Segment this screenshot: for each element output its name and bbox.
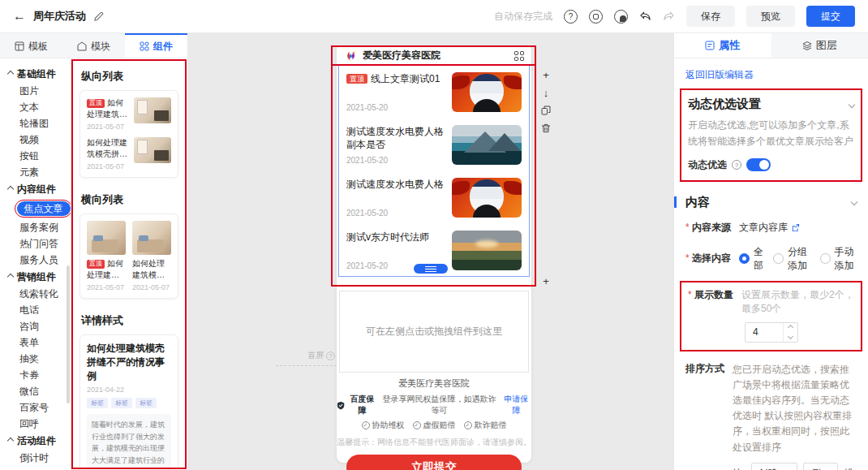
cat-item-service-staff[interactable]: 服务人员 bbox=[0, 252, 71, 268]
dynamic-settings-heading[interactable]: 动态优选设置 bbox=[688, 97, 854, 112]
tab-module[interactable]: 模块 bbox=[62, 33, 125, 58]
copy-icon[interactable] bbox=[540, 105, 552, 116]
shortcut-icon[interactable] bbox=[589, 10, 603, 24]
category-scrollbar[interactable] bbox=[67, 265, 70, 403]
article-thumbnail-opera-mask bbox=[452, 178, 522, 218]
category-group-basic[interactable]: 基础组件 bbox=[0, 65, 71, 83]
annotation-box-focus-article: 焦点文章 bbox=[15, 200, 71, 218]
back-icon[interactable]: ← bbox=[13, 9, 26, 24]
category-group-content[interactable]: 内容组件 bbox=[0, 180, 71, 198]
menu-grid-icon[interactable] bbox=[514, 51, 524, 61]
cat-item-baijiahao[interactable]: 百家号 bbox=[0, 399, 71, 416]
dropzone[interactable]: 可在左侧点击或拖拽组件到这里 bbox=[339, 291, 529, 373]
radio-manual-add[interactable]: 手动添加 bbox=[820, 245, 857, 273]
merchant-name: 爱美医疗美容医院 bbox=[363, 49, 440, 63]
cat-item-service-case[interactable]: 服务案例 bbox=[0, 219, 71, 235]
dynamic-toggle-on[interactable] bbox=[746, 158, 771, 171]
merchant-logo bbox=[344, 49, 358, 63]
top-badge: 置顶 bbox=[346, 74, 367, 84]
delete-icon[interactable] bbox=[540, 123, 552, 134]
stepper-up-icon[interactable] bbox=[784, 323, 797, 333]
cat-item-carousel[interactable]: 轮播图 bbox=[0, 115, 71, 132]
tab-template[interactable]: 模板 bbox=[0, 33, 62, 58]
topbar: ← 周年庆活动 自动保存完成 ? 保存 预览 提交 bbox=[0, 0, 868, 33]
focus-article-component[interactable]: 置顶线上文章测试01 2021-05-20 测试速度发水电费人格副本是否 202… bbox=[338, 65, 530, 277]
display-count-label: 展示数量 bbox=[688, 288, 733, 316]
article-thumbnail-mountain-lake bbox=[452, 125, 522, 165]
article-row[interactable]: 测试速度发水电费人格 2021-05-20 bbox=[339, 171, 529, 224]
display-count-value[interactable]: 4 bbox=[746, 326, 783, 338]
cat-item-lead[interactable]: 线索转化 bbox=[0, 286, 71, 302]
editor-canvas[interactable]: 爱美医疗美容医院 置顶线上文章测试01 2021-05-20 测试速度发水电费人… bbox=[188, 33, 673, 470]
add-above-icon[interactable]: + bbox=[540, 69, 552, 80]
cat-item-element[interactable]: 元素 bbox=[0, 164, 71, 180]
detail-style-heading: 详情样式 bbox=[81, 313, 177, 328]
sort-field-select[interactable]: 创建时间 bbox=[751, 463, 798, 470]
guarantee-title: 百度保障 bbox=[347, 394, 377, 416]
tab-component[interactable]: 组件 bbox=[125, 33, 187, 58]
article-summary: 随着时代的发展，建筑行业也得到了很大的发展，建筑模壳的出现便大大满足了建筑行业的… bbox=[87, 414, 171, 469]
add-below-icon[interactable]: + bbox=[540, 275, 552, 287]
sort-order-select[interactable]: 倒序 bbox=[803, 463, 838, 470]
annotation-box-dynamic-settings: 动态优选设置 开启动态优选,您可以添加多个文章,系统将智能选择多个最优文章展示给… bbox=[680, 88, 862, 182]
help-icon[interactable]: ? bbox=[326, 351, 335, 360]
apply-guarantee-link[interactable]: 申请保障 bbox=[501, 394, 531, 416]
cat-item-coupon[interactable]: 卡券 bbox=[0, 367, 71, 383]
cat-item-focus-article-selected[interactable]: 焦点文章 bbox=[17, 201, 71, 216]
cat-item-image[interactable]: 图片 bbox=[0, 83, 71, 99]
external-link-icon[interactable] bbox=[791, 223, 800, 232]
chevron-down-icon bbox=[849, 101, 855, 107]
article-thumbnail bbox=[134, 97, 171, 123]
horizontal-list-sample[interactable]: 置顶如何处理建筑模壳拼缝不严的情况事例 2021-05-07 如何处理建筑模壳拼… bbox=[79, 213, 178, 299]
move-down-icon[interactable]: ↓ bbox=[540, 87, 552, 98]
save-button[interactable]: 保存 bbox=[686, 6, 735, 27]
undo-icon[interactable] bbox=[639, 11, 651, 22]
cat-item-callback[interactable]: 回呼 bbox=[0, 416, 71, 432]
vertical-list-sample[interactable]: 置顶如何处理建筑模壳拼缝不严的情况事例 2021-05-07 如何处理建筑模壳拼… bbox=[79, 90, 178, 178]
tab-attributes[interactable]: 属性 bbox=[674, 33, 771, 58]
cat-item-text[interactable]: 文本 bbox=[0, 99, 71, 115]
preview-button[interactable]: 预览 bbox=[746, 6, 795, 27]
display-count-input[interactable]: 4 bbox=[745, 322, 798, 343]
help-icon[interactable]: ? bbox=[732, 160, 741, 170]
component-drag-handle[interactable] bbox=[414, 264, 448, 274]
cat-item-phone[interactable]: 电话 bbox=[0, 302, 71, 318]
dropzone-hint: 可在左侧点击或拖拽组件到这里 bbox=[366, 325, 502, 338]
cat-item-countdown[interactable]: 倒计时 bbox=[0, 450, 71, 466]
cat-item-button[interactable]: 按钮 bbox=[0, 148, 71, 164]
cat-item-consult[interactable]: 咨询 bbox=[0, 318, 71, 334]
baidu-shield-icon bbox=[337, 401, 345, 410]
sort-method-desc: 您已开启动态优选，搜索推广场景中将根据流量策略优选最佳内容序列。当无动态优选时 … bbox=[733, 362, 857, 455]
component-preview-column: 纵向列表 置顶如何处理建筑模壳拼缝不严的情况事例 2021-05-07 如何处理… bbox=[71, 59, 187, 469]
cat-item-video[interactable]: 视频 bbox=[0, 132, 71, 148]
cat-item-wechat[interactable]: 微信 bbox=[0, 383, 71, 399]
right-panel: 属性 图层 返回旧版编辑器 动态优选设置 开启动态优选,您可以添加多个文章,系统… bbox=[673, 33, 868, 470]
footer-merchant-name: 爱美医疗美容医院 bbox=[337, 377, 531, 390]
cat-item-lottery[interactable]: 抽奖 bbox=[0, 351, 71, 367]
article-row[interactable]: 置顶线上文章测试01 2021-05-20 bbox=[339, 66, 529, 119]
stepper-down-icon[interactable] bbox=[784, 332, 797, 342]
edit-title-icon[interactable] bbox=[93, 11, 104, 22]
right-tab-bar: 属性 图层 bbox=[674, 33, 868, 58]
article-row[interactable]: 测试速度发水电费人格副本是否 2021-05-20 bbox=[339, 119, 529, 171]
feedback-icon[interactable] bbox=[614, 10, 628, 24]
sort-suffix-label: 排列 bbox=[844, 467, 857, 470]
content-section-heading[interactable]: 内容 bbox=[685, 195, 857, 210]
submit-now-button[interactable]: 立即提交 bbox=[346, 455, 522, 470]
left-panel: 模板 模块 组件 基础组件 图片 文本 轮播图 视频 按钮 元素 内容组件 bbox=[0, 33, 188, 470]
category-group-marketing[interactable]: 营销组件 bbox=[0, 268, 71, 286]
detail-style-sample[interactable]: 如何处理建筑模壳拼缝不严的情况事例 2021-04-22 标签 标签 标签 随着… bbox=[79, 334, 178, 469]
submit-button[interactable]: 提交 bbox=[806, 6, 855, 27]
category-group-activity[interactable]: 活动组件 bbox=[0, 432, 71, 450]
cat-item-hot-qa[interactable]: 热门问答 bbox=[0, 235, 71, 252]
article-thumbnail-sunset bbox=[452, 231, 522, 270]
radio-group-add[interactable]: 分组添加 bbox=[773, 245, 810, 273]
redo-icon[interactable] bbox=[663, 11, 675, 22]
help-icon[interactable]: ? bbox=[564, 10, 578, 24]
tab-layers[interactable]: 图层 bbox=[771, 33, 868, 58]
radio-all[interactable]: 全部 bbox=[739, 245, 763, 273]
check-circle-icon: ✓ bbox=[464, 421, 472, 429]
cat-item-form[interactable]: 表单 bbox=[0, 334, 71, 351]
back-to-old-editor-link[interactable]: 返回旧版编辑器 bbox=[685, 68, 754, 82]
page-title: 周年庆活动 bbox=[33, 9, 86, 24]
